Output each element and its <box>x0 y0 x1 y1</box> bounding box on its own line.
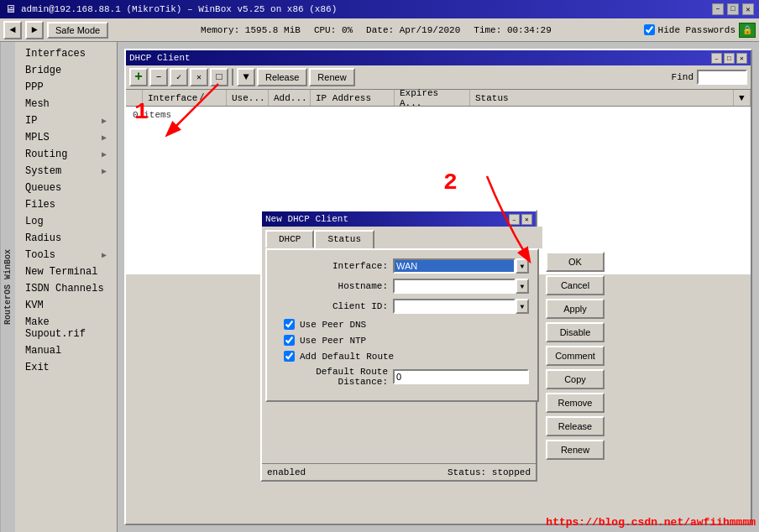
system-arrow-icon: ▶ <box>102 166 107 176</box>
sidebar-item-new-terminal[interactable]: New Terminal <box>15 263 117 280</box>
disable-button[interactable]: Disable <box>546 322 605 342</box>
col-interface-header[interactable]: Interface / <box>143 90 227 106</box>
routing-arrow-icon: ▶ <box>102 149 107 159</box>
apply-button[interactable]: Apply <box>546 299 605 319</box>
filter-button[interactable]: ▼ <box>237 68 255 86</box>
items-count: 0 items <box>126 107 751 123</box>
sidebar: RouterOS WinBox Interfaces Bridge PPP Me… <box>0 42 118 532</box>
release-button[interactable]: Release <box>546 416 605 436</box>
cpu-info: CPU: 0% <box>314 25 353 35</box>
client-id-label: Client ID: <box>275 301 393 311</box>
sidebar-item-tools[interactable]: Tools ▶ <box>15 247 117 263</box>
new-dhcp-close[interactable]: ✕ <box>521 214 532 225</box>
sidebar-item-kvm[interactable]: KVM <box>15 297 117 314</box>
sidebar-item-routing[interactable]: Routing ▶ <box>15 146 117 163</box>
col-use-header[interactable]: Use... <box>227 90 269 106</box>
renew-button[interactable]: Renew <box>546 440 605 460</box>
dhcp-client-title: DHCP Client <box>129 53 191 63</box>
tools-arrow-icon: ▶ <box>102 250 107 260</box>
interface-dropdown-button[interactable]: ▼ <box>516 258 529 274</box>
dhcp-maximize-button[interactable]: □ <box>724 53 735 64</box>
ok-button[interactable]: OK <box>546 252 605 272</box>
sidebar-item-bridge[interactable]: Bridge <box>15 62 117 79</box>
use-peer-dns-label: Use Peer DNS <box>300 320 366 330</box>
hostname-input[interactable] <box>393 279 516 294</box>
col-status-header[interactable]: Status <box>470 90 734 106</box>
status-info: Memory: 1595.8 MiB CPU: 0% Date: Apr/19/… <box>112 25 640 35</box>
add-default-route-checkbox[interactable] <box>284 351 295 362</box>
remove-button[interactable]: Remove <box>546 393 605 413</box>
remove-button[interactable]: – <box>149 68 168 86</box>
tab-dhcp[interactable]: DHCP <box>265 230 314 248</box>
renew-button[interactable]: Renew <box>309 68 354 86</box>
interface-input[interactable] <box>393 258 516 274</box>
find-label: Find <box>672 72 694 82</box>
sidebar-item-ip[interactable]: IP ▶ <box>15 112 117 129</box>
sidebar-item-mesh[interactable]: Mesh <box>15 96 117 112</box>
mpls-arrow-icon: ▶ <box>102 133 107 143</box>
copy-button[interactable]: Copy <box>546 369 605 389</box>
sidebar-item-isdn-channels[interactable]: ISDN Channels <box>15 280 117 297</box>
sidebar-item-radius[interactable]: Radius <box>15 230 117 247</box>
use-peer-dns-checkbox[interactable] <box>284 319 295 330</box>
add-button[interactable]: + <box>129 68 148 86</box>
dialog-body: DHCP Status Interface: ▼ <box>262 227 536 463</box>
minimize-button[interactable]: – <box>712 3 724 15</box>
sidebar-item-log[interactable]: Log <box>15 213 117 230</box>
sidebar-item-interfaces[interactable]: Interfaces <box>15 45 117 62</box>
tab-status[interactable]: Status <box>314 230 374 248</box>
date-info: Date: Apr/19/2020 <box>366 25 460 35</box>
col-dropdown-button[interactable]: ▼ <box>734 90 751 106</box>
hostname-dropdown-button[interactable]: ▼ <box>516 279 529 294</box>
default-route-distance-label: Default Route Distance: <box>275 367 393 387</box>
hide-passwords-checkbox[interactable] <box>644 24 655 35</box>
hostname-label: Hostname: <box>275 281 393 291</box>
new-dhcp-minimize[interactable]: – <box>509 214 520 225</box>
copy-button[interactable]: □ <box>210 68 228 86</box>
cancel-button[interactable]: Cancel <box>546 275 605 295</box>
time-info: Time: 00:34:29 <box>474 25 551 35</box>
col-expires-header[interactable]: Expires A... <box>395 90 470 106</box>
dhcp-client-title-bar: DHCP Client – □ ✕ <box>126 50 751 65</box>
dialog-status-bar: enabled Status: stopped <box>262 463 536 480</box>
client-id-dropdown-button[interactable]: ▼ <box>516 299 529 314</box>
new-dhcp-title-bar: New DHCP Client – ✕ <box>262 211 536 227</box>
safe-mode-button[interactable]: Safe Mode <box>47 22 108 39</box>
default-route-distance-input[interactable] <box>393 369 529 384</box>
dhcp-close-button[interactable]: ✕ <box>736 53 747 64</box>
dialog-left: DHCP Status Interface: ▼ <box>262 227 542 463</box>
lock-icon: 🔒 <box>739 23 756 38</box>
sidebar-item-ppp[interactable]: PPP <box>15 79 117 96</box>
release-button[interactable]: Release <box>257 68 307 86</box>
title-bar: 🖥 admin@192.168.88.1 (MikroTik) – WinBox… <box>0 0 759 18</box>
col-add-header[interactable]: Add... <box>269 90 311 106</box>
close-button[interactable]: ✕ <box>742 3 754 15</box>
use-peer-ntp-row: Use Peer NTP <box>275 335 529 346</box>
title-bar-controls: – □ ✕ <box>712 3 754 15</box>
enable-button[interactable]: ✓ <box>170 68 188 86</box>
find-input[interactable] <box>697 70 747 85</box>
sidebar-content: Interfaces Bridge PPP Mesh IP ▶ MPLS ▶ R… <box>15 45 117 376</box>
dialog-status-right: Status: stopped <box>448 467 531 477</box>
client-id-input[interactable] <box>393 299 516 314</box>
sidebar-item-exit[interactable]: Exit <box>15 359 117 376</box>
new-dhcp-title: New DHCP Client <box>265 214 348 224</box>
menu-bar: ◄ ► Safe Mode Memory: 1595.8 MiB CPU: 0%… <box>0 18 759 42</box>
back-button[interactable]: ◄ <box>3 21 22 39</box>
sidebar-item-queues[interactable]: Queues <box>15 180 117 196</box>
col-ip-header[interactable]: IP Address <box>311 90 395 106</box>
use-peer-ntp-checkbox[interactable] <box>284 335 295 346</box>
dhcp-minimize-button[interactable]: – <box>711 53 722 64</box>
title-bar-left: 🖥 admin@192.168.88.1 (MikroTik) – WinBox… <box>5 3 337 16</box>
maximize-button[interactable]: □ <box>727 3 739 15</box>
sidebar-item-files[interactable]: Files <box>15 196 117 213</box>
dhcp-toolbar: + – ✓ ✕ □ ▼ Release Renew Find <box>126 65 751 90</box>
sidebar-item-manual[interactable]: Manual <box>15 342 117 359</box>
sidebar-item-system[interactable]: System ▶ <box>15 163 117 180</box>
sidebar-item-make-supout[interactable]: Make Supout.rif <box>15 314 117 342</box>
sidebar-item-mpls[interactable]: MPLS ▶ <box>15 129 117 146</box>
forward-button[interactable]: ► <box>25 21 44 39</box>
interface-label: Interface: <box>275 261 393 271</box>
disable-button[interactable]: ✕ <box>190 68 208 86</box>
comment-button[interactable]: Comment <box>546 346 605 366</box>
